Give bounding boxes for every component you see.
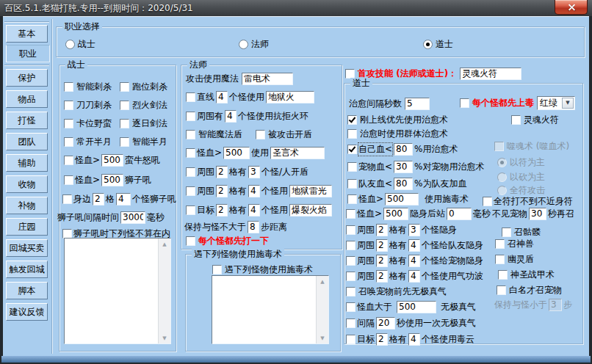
lion-roar-hp-input[interactable] xyxy=(101,174,123,186)
thunder-grid-input[interactable] xyxy=(216,185,228,197)
thunder-spell-input[interactable] xyxy=(289,185,332,197)
holy-word-checkbox[interactable] xyxy=(186,148,195,158)
thunder-checkbox[interactable] xyxy=(186,186,195,196)
poison-cloud-grid-input[interactable] xyxy=(376,333,388,346)
smart-stab-label[interactable]: 智能刺杀 xyxy=(76,81,112,93)
ghost-shield-label[interactable]: 幽灵盾 xyxy=(508,253,534,266)
fire-sword-label[interactable]: 烈火剑法 xyxy=(132,99,167,112)
half-moon-checkbox[interactable] xyxy=(64,137,73,147)
around-shield-checkbox[interactable] xyxy=(186,167,195,177)
self-heal-label[interactable]: 自己血< xyxy=(358,143,392,156)
fire-ring-checkbox[interactable] xyxy=(186,112,195,121)
group-heal-checkbox[interactable] xyxy=(347,129,357,139)
poison-cloud-label[interactable]: 目标 xyxy=(357,333,375,346)
sidebar-item-supply[interactable]: 补物 xyxy=(6,197,48,214)
keep-small-input[interactable] xyxy=(549,299,562,311)
move-stab-checkbox[interactable] xyxy=(120,82,129,92)
pet-heal-input[interactable] xyxy=(394,161,413,173)
line-checkbox[interactable] xyxy=(186,92,195,102)
summon-skeleton-checkbox[interactable] xyxy=(502,228,511,237)
sidebar-item-assist[interactable]: 辅助 xyxy=(6,154,48,172)
lion-roar-checkbox[interactable] xyxy=(64,175,73,185)
blast-count-input[interactable] xyxy=(248,204,260,216)
line-label[interactable]: 直线 xyxy=(197,91,214,103)
mode-talisman-radio[interactable] xyxy=(497,158,507,167)
sidebar-item-script[interactable]: 脚本 xyxy=(6,282,48,299)
hide-self-count-input[interactable] xyxy=(408,224,420,236)
sidebar-item-items[interactable]: 物品 xyxy=(6,90,48,108)
team-heal-label[interactable]: 队友血< xyxy=(358,178,392,190)
hide-team-checkbox[interactable] xyxy=(346,241,355,250)
mage-radio[interactable] xyxy=(239,40,248,49)
hide-self-checkbox[interactable] xyxy=(346,225,355,235)
smart-shield-checkbox[interactable] xyxy=(186,130,195,139)
self-heal-input[interactable] xyxy=(394,143,413,156)
poison-color-select[interactable]: 红绿 ▼ xyxy=(537,96,575,110)
sun-sword-label[interactable]: 逐日剑法 xyxy=(132,117,167,130)
hide-stand-input[interactable] xyxy=(447,208,472,220)
hide-pet-seconds-input[interactable] xyxy=(529,208,546,220)
smart-shield-label[interactable]: 智能魔法盾 xyxy=(198,128,242,141)
poison-list-label[interactable]: 遇下列怪物使用施毒术 xyxy=(225,263,313,276)
scroll-down-icon[interactable]: ▼ xyxy=(159,332,170,343)
hide-checkbox[interactable] xyxy=(346,209,355,219)
roar-exclude-checkbox[interactable] xyxy=(62,229,72,239)
qi-hp-input[interactable] xyxy=(397,301,436,313)
ghost-shield-checkbox[interactable] xyxy=(495,255,505,264)
warrior-radio[interactable] xyxy=(65,40,75,49)
block-savage-checkbox[interactable] xyxy=(64,119,73,128)
blast-checkbox[interactable] xyxy=(186,205,195,215)
around-shield-label[interactable]: 周围 xyxy=(197,166,214,178)
around-shield-count-input[interactable] xyxy=(248,166,260,178)
scroll-up-icon[interactable]: ▲ xyxy=(159,239,170,250)
bull-roar-label[interactable]: 怪血> xyxy=(75,154,100,167)
qi-before-summon-label[interactable]: 召唤宠物前先无极真气 xyxy=(358,285,447,298)
pet-heal-label[interactable]: 宠物血< xyxy=(358,161,392,173)
ring-label[interactable]: 周围有 xyxy=(197,110,223,123)
poison-hp-input[interactable] xyxy=(385,193,419,205)
holy-armor-checkbox[interactable] xyxy=(498,270,508,280)
qi-hp-checkbox[interactable] xyxy=(346,302,355,312)
holy-word-label[interactable]: 怪血> xyxy=(197,147,222,159)
qi-interval-checkbox[interactable] xyxy=(346,318,355,328)
line-count-input[interactable] xyxy=(216,91,228,103)
first-attack-label[interactable]: 首攻技能 (法师或道士)： xyxy=(358,68,457,80)
sidebar-item-feedback[interactable]: 建议反馈 xyxy=(6,303,48,321)
thunder-count-input[interactable] xyxy=(248,185,260,197)
mode-all-talisman-radio[interactable] xyxy=(497,186,507,195)
taoist-radio-label[interactable]: 道士 xyxy=(436,38,453,51)
warrior-radio-label[interactable]: 战士 xyxy=(78,38,95,51)
sun-sword-checkbox[interactable] xyxy=(120,119,129,128)
bull-roar-hp-input[interactable] xyxy=(101,154,123,167)
qigong-checkbox[interactable] xyxy=(346,272,355,281)
scroll-down-icon[interactable]: ▼ xyxy=(317,332,328,343)
no-near-checkbox[interactable] xyxy=(483,197,492,206)
every-stab-label[interactable]: 刀刀刺杀 xyxy=(76,99,112,112)
sidebar-item-town-trade[interactable]: 回城买卖 xyxy=(6,239,48,257)
taoist-radio[interactable] xyxy=(423,40,433,49)
qigong-label[interactable]: 周围 xyxy=(357,270,375,283)
heal-on-login-checkbox[interactable] xyxy=(347,115,357,125)
keep-distance-input[interactable] xyxy=(248,221,259,233)
attack-magic-input[interactable] xyxy=(242,73,293,85)
sidebar-item-collect[interactable]: 收物 xyxy=(6,175,48,193)
mage-radio-label[interactable]: 法师 xyxy=(251,38,269,51)
poison-hp-checkbox[interactable] xyxy=(347,194,357,204)
close-button[interactable] xyxy=(555,0,588,15)
lion-roar-label[interactable]: 怪血> xyxy=(75,174,100,186)
poison-cloud-checkbox[interactable] xyxy=(346,335,355,344)
line-spell-input[interactable] xyxy=(266,91,314,103)
hide-team-count-input[interactable] xyxy=(408,239,420,252)
hide-pet-grid-input[interactable] xyxy=(376,255,388,267)
holy-armor-label[interactable]: 神圣战甲术 xyxy=(510,269,555,281)
scroll-up-icon[interactable]: ▲ xyxy=(317,276,328,287)
ring-count-input[interactable] xyxy=(225,110,237,123)
blast-spell-input[interactable] xyxy=(289,204,332,216)
soul-talisman-checkbox[interactable] xyxy=(511,115,521,125)
white-name-summon-checkbox[interactable] xyxy=(497,285,506,295)
around-shield-grid-input[interactable] xyxy=(216,166,228,178)
sidebar-item-fight[interactable]: 打怪 xyxy=(6,112,48,129)
thunder-label[interactable]: 周围 xyxy=(197,185,214,197)
every-stab-checkbox[interactable] xyxy=(64,101,73,110)
hide-team-label[interactable]: 周围 xyxy=(357,239,375,252)
